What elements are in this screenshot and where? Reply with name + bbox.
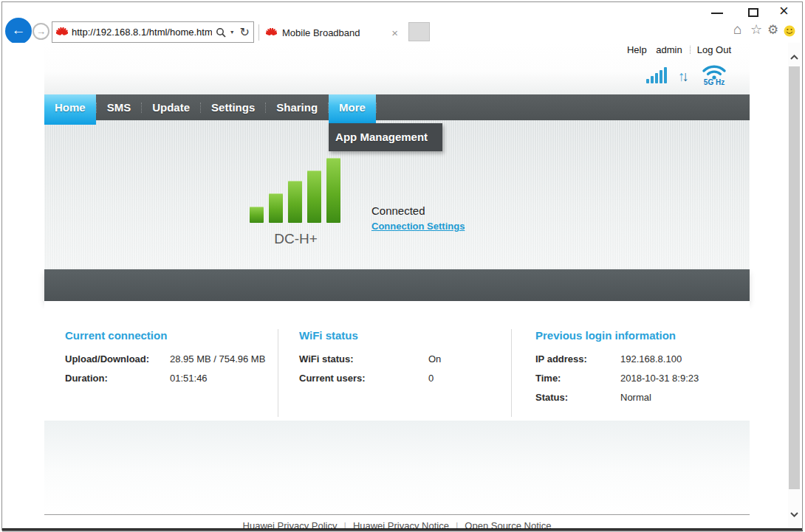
lower-spacer <box>44 421 750 514</box>
window-minimize-button[interactable] <box>711 13 723 14</box>
page-header: Help adminLog Out ↑↓ 5G Hz <box>44 43 750 94</box>
search-icon[interactable] <box>216 27 226 38</box>
window-bottom-bar <box>2 528 803 531</box>
refresh-icon[interactable]: ↻ <box>240 25 250 39</box>
connection-settings-link[interactable]: Connection Settings <box>371 221 465 232</box>
logout-link[interactable]: Log Out <box>697 44 731 55</box>
new-tab-button[interactable] <box>408 22 430 41</box>
window-close-button[interactable]: × <box>779 1 789 21</box>
tools-gear-icon[interactable]: ⚙ <box>767 23 778 38</box>
connection-status-text: Connected <box>371 204 425 217</box>
feedback-smiley-icon[interactable] <box>784 25 795 37</box>
page-scrollbar[interactable] <box>788 43 801 528</box>
network-type-label: DC-H+ <box>250 231 342 247</box>
info-row: Status: Normal <box>535 392 750 403</box>
nav-item-home[interactable]: Home <box>44 94 96 125</box>
banner-bottom-band <box>44 269 750 301</box>
scrollbar-thumb[interactable] <box>789 66 800 489</box>
nav-item-update[interactable]: Update <box>142 94 200 120</box>
search-dropdown-caret-icon[interactable]: ▼ <box>230 30 235 35</box>
info-row: IP address: 192.168.8.100 <box>535 353 750 365</box>
previous-login-panel: Previous login information IP address: 1… <box>512 329 750 417</box>
network-signal-bars-icon <box>250 158 340 223</box>
menu-item-app-management[interactable]: App Management <box>329 130 442 145</box>
panel-title: Previous login information <box>535 329 750 342</box>
tab-title: Mobile Broadband <box>282 27 360 38</box>
nav-item-more[interactable]: More App Management <box>329 94 376 123</box>
browser-chrome: ← → http://192.168.8.1/html/home.html# ▼… <box>2 2 803 43</box>
nav-item-settings[interactable]: Settings <box>201 94 265 120</box>
help-link[interactable]: Help <box>627 44 647 55</box>
nav-separator <box>376 103 377 113</box>
current-connection-panel: Current connection Upload/Download: 28.9… <box>44 329 278 417</box>
browser-tab[interactable]: Mobile Broadband × <box>260 21 404 44</box>
info-section: Current connection Upload/Download: 28.9… <box>44 301 750 421</box>
wifi-status-icon: 5G Hz <box>697 63 731 86</box>
info-row: WiFi status: On <box>299 353 511 365</box>
browser-forward-button[interactable]: → <box>32 23 49 40</box>
tab-close-icon[interactable]: × <box>391 27 398 38</box>
nav-item-sms[interactable]: SMS <box>97 94 142 120</box>
info-row: Time: 2018-10-31 8:9:23 <box>535 373 750 384</box>
panel-title: Current connection <box>65 329 278 342</box>
main-nav: Home SMS Update Settings Sharing More Ap… <box>44 94 750 120</box>
nav-item-sharing[interactable]: Sharing <box>266 94 328 120</box>
info-row: Upload/Download: 28.95 MB / 754.96 MB <box>65 353 278 365</box>
huawei-favicon <box>56 27 68 38</box>
wifi-band-label: 5G Hz <box>697 78 731 86</box>
url-text[interactable]: http://192.168.8.1/html/home.html# <box>72 27 212 38</box>
more-dropdown-menu: App Management <box>329 123 442 151</box>
scrollbar-down-icon[interactable] <box>788 506 801 522</box>
tab-divider <box>258 24 259 41</box>
address-bar[interactable]: http://192.168.8.1/html/home.html# ▼ ↻ <box>52 21 254 43</box>
scrollbar-up-icon[interactable] <box>788 49 801 65</box>
browser-home-icon[interactable]: ⌂ <box>733 22 741 37</box>
user-links: Help adminLog Out <box>620 44 731 55</box>
wifi-status-panel: WiFi status WiFi status: On Current user… <box>278 329 512 417</box>
window-maximize-button[interactable] <box>748 8 758 17</box>
userlink-separator <box>690 46 691 54</box>
panel-title: WiFi status <box>299 329 511 342</box>
browser-back-button[interactable]: ← <box>5 18 32 44</box>
info-row: Current users: 0 <box>299 373 511 384</box>
huawei-favicon <box>266 28 277 38</box>
page-content: Help adminLog Out ↑↓ 5G Hz Home <box>2 43 788 528</box>
signal-strength-icon <box>646 67 667 86</box>
status-icons: ↑↓ 5G Hz <box>646 63 731 86</box>
username-link[interactable]: admin <box>656 44 682 55</box>
info-row: Duration: 01:51:46 <box>65 373 278 384</box>
traffic-arrows-icon: ↑↓ <box>678 69 686 86</box>
favorites-star-icon[interactable]: ☆ <box>750 22 762 37</box>
